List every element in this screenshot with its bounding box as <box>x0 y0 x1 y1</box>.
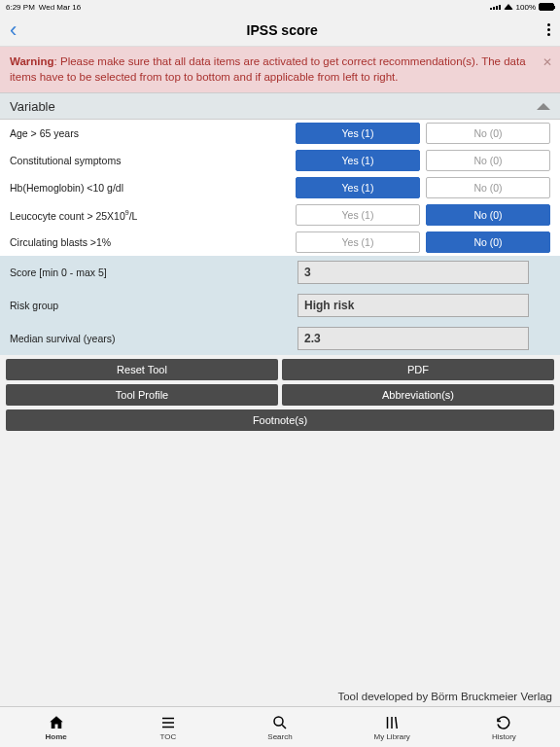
yes-button[interactable]: Yes (1) <box>296 150 420 171</box>
battery-icon <box>539 3 554 11</box>
no-button[interactable]: No (0) <box>426 123 550 144</box>
tab-library[interactable]: My Library <box>336 707 448 747</box>
variable-row: Age > 65 years Yes (1) No (0) <box>0 120 560 147</box>
no-button[interactable]: No (0) <box>426 177 550 198</box>
row-label: Circulating blasts >1% <box>10 236 296 248</box>
action-buttons: Reset Tool PDF Tool Profile Abbreviation… <box>0 355 560 435</box>
variable-row: Circulating blasts >1% Yes (1) No (0) <box>0 229 560 256</box>
results-section: Score [min 0 - max 5] 3 Risk group High … <box>0 256 560 355</box>
section-title: Variable <box>10 99 55 114</box>
yes-button[interactable]: Yes (1) <box>296 123 420 144</box>
history-icon <box>495 714 512 731</box>
result-value: 2.3 <box>298 327 529 350</box>
header: ‹ IPSS score <box>0 14 560 47</box>
svg-line-7 <box>396 717 398 729</box>
no-button[interactable]: No (0) <box>426 204 550 226</box>
no-button[interactable]: No (0) <box>426 150 550 171</box>
search-icon <box>271 714 289 731</box>
warning-label: Warning <box>10 55 54 67</box>
yes-button[interactable]: Yes (1) <box>296 177 420 198</box>
credit-text: Tool developed by Börm Bruckmeier Verlag <box>0 687 560 706</box>
row-label: Age > 65 years <box>10 127 296 139</box>
abbreviations-button[interactable]: Abbreviation(s) <box>282 384 554 406</box>
battery-pct: 100% <box>516 3 536 12</box>
tab-bar: Home TOC Search My Library History <box>0 706 560 747</box>
row-label: Leucocyte count > 25X109/L <box>10 209 296 222</box>
signal-icon <box>490 5 501 10</box>
row-label: Hb(Hemoglobin) <10 g/dl <box>10 182 296 194</box>
variable-row: Constitutional symptoms Yes (1) No (0) <box>0 147 560 174</box>
svg-point-3 <box>274 717 283 726</box>
home-icon <box>48 714 65 731</box>
tab-label: My Library <box>374 732 410 741</box>
yes-button[interactable]: Yes (1) <box>296 204 420 226</box>
back-button[interactable]: ‹ <box>10 18 17 43</box>
warning-text: : Please make sure that all data items a… <box>10 55 526 83</box>
tab-label: History <box>492 732 516 741</box>
row-label: Constitutional symptoms <box>10 155 296 166</box>
tab-home[interactable]: Home <box>0 707 112 747</box>
status-bar: 6:29 PM Wed Mar 16 100% <box>0 0 560 14</box>
result-label: Risk group <box>10 300 298 311</box>
status-time: 6:29 PM <box>6 3 35 12</box>
variable-row: Leucocyte count > 25X109/L Yes (1) No (0… <box>0 201 560 229</box>
wifi-icon <box>504 4 513 10</box>
tab-label: TOC <box>159 732 176 741</box>
tab-toc[interactable]: TOC <box>112 707 224 747</box>
status-date: Wed Mar 16 <box>39 3 81 12</box>
result-row: Score [min 0 - max 5] 3 <box>0 256 560 289</box>
result-row: Median survival (years) 2.3 <box>0 322 560 355</box>
page-title: IPSS score <box>247 22 318 38</box>
yes-button[interactable]: Yes (1) <box>296 231 420 253</box>
result-value: High risk <box>298 294 529 317</box>
reset-button[interactable]: Reset Tool <box>6 359 278 380</box>
tab-history[interactable]: History <box>448 707 560 747</box>
no-button[interactable]: No (0) <box>426 231 550 253</box>
result-value: 3 <box>298 261 529 284</box>
more-button[interactable] <box>547 23 550 36</box>
warning-banner: Warning: Please make sure that all data … <box>0 47 560 92</box>
result-label: Median survival (years) <box>10 333 298 344</box>
chevron-up-icon <box>537 103 550 110</box>
list-icon <box>159 714 177 731</box>
close-icon[interactable]: ✕ <box>542 54 552 70</box>
result-row: Risk group High risk <box>0 289 560 322</box>
svg-line-4 <box>282 725 286 729</box>
library-icon <box>383 714 401 731</box>
section-header[interactable]: Variable <box>0 92 560 120</box>
tab-label: Search <box>267 732 292 741</box>
footnote-button[interactable]: Footnote(s) <box>6 409 554 431</box>
tab-label: Home <box>45 732 66 741</box>
variable-rows: Age > 65 years Yes (1) No (0) Constituti… <box>0 120 560 256</box>
result-label: Score [min 0 - max 5] <box>10 267 298 278</box>
tab-search[interactable]: Search <box>224 707 335 747</box>
pdf-button[interactable]: PDF <box>282 359 554 380</box>
variable-row: Hb(Hemoglobin) <10 g/dl Yes (1) No (0) <box>0 174 560 201</box>
tool-profile-button[interactable]: Tool Profile <box>6 384 278 406</box>
